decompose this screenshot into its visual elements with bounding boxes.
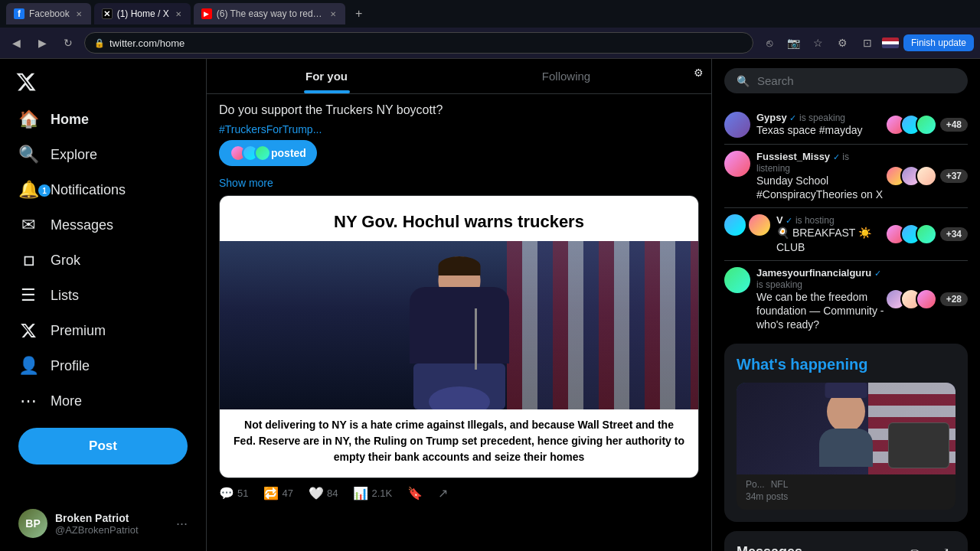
sidebar-user-name: Broken Patriot <box>55 512 168 524</box>
spaces-item-v[interactable]: V ✓ is hosting 🍳 BREAKFAST ☀️ CLUB +34 <box>724 208 968 260</box>
sidebar-item-explore[interactable]: 🔍 Explore <box>9 137 197 172</box>
retweet-action[interactable]: 🔁 47 <box>263 486 292 500</box>
sidebar-item-messages[interactable]: ✉ Messages <box>9 207 197 243</box>
sidebar-item-home[interactable]: 🏠 Home <box>9 102 197 137</box>
v-username-row: V ✓ is hosting <box>776 214 885 226</box>
sidebar-item-profile-label: Profile <box>51 358 90 374</box>
explore-icon: 🔍 <box>18 145 38 165</box>
share-action[interactable]: ↗ <box>438 486 448 500</box>
like-action[interactable]: 🤍 84 <box>309 486 338 500</box>
sidebar-item-grok[interactable]: ◻ Grok <box>9 243 197 278</box>
tab-youtube-close[interactable]: ✕ <box>328 8 338 20</box>
more-icon: ⋯ <box>18 391 38 411</box>
notification-badge: 1 <box>38 184 51 197</box>
x-favicon: ✕ <box>102 8 113 19</box>
posted-avatars <box>230 145 266 161</box>
posted-badge: posted <box>219 140 317 166</box>
premium-icon <box>18 321 38 341</box>
podium <box>413 364 505 409</box>
tab-following[interactable]: Following <box>446 59 686 93</box>
sidebar-item-premium-label: Premium <box>51 323 106 339</box>
tab-youtube[interactable]: ▶ (6) The easy way to reduce crime - You… <box>194 3 345 24</box>
gypsy-verified: ✓ <box>789 113 796 122</box>
sidebar-item-premium[interactable]: Premium <box>9 313 197 348</box>
sidebar-item-notifications[interactable]: 🔔 1 Notifications <box>9 172 197 207</box>
gypsy-username: Gypsy <box>756 112 787 123</box>
fussiest-left: Fussiest_Missy ✓ is listening Sunday Sch… <box>724 151 885 201</box>
happening-meta: 34m posts <box>737 491 956 510</box>
posted-label: posted <box>271 147 306 159</box>
home-icon: 🏠 <box>18 109 38 129</box>
bookmark-action[interactable]: 🔖 <box>407 486 423 500</box>
cast-icon[interactable]: ⎋ <box>760 33 779 53</box>
sidebar-user[interactable]: BP Broken Patriot @AZBrokenPatriot ··· <box>9 501 197 546</box>
v-count: +34 <box>940 227 968 241</box>
profile-icon[interactable]: ⊡ <box>858 33 877 53</box>
tweet-image-header: NY Gov. Hochul warns truckers <box>220 196 698 241</box>
sidebar-item-more-label: More <box>51 393 82 409</box>
person-body <box>410 287 509 364</box>
fussiest-verified: ✓ <box>833 152 840 161</box>
search-icon: 🔍 <box>737 75 750 87</box>
spaces-list: Gypsy ✓ is speaking Texas space #mayday … <box>724 106 968 337</box>
messages-expand-icon[interactable]: ⤢ <box>933 540 956 551</box>
spaces-item-fussiest[interactable]: Fussiest_Missy ✓ is listening Sunday Sch… <box>724 145 968 208</box>
sidebar-item-lists-label: Lists <box>51 288 79 304</box>
sidebar-item-lists[interactable]: ☰ Lists <box>9 278 197 313</box>
tab-facebook[interactable]: f Facebook ✕ <box>6 3 91 24</box>
spaces-item-gypsy[interactable]: Gypsy ✓ is speaking Texas space #mayday … <box>724 106 968 145</box>
james-participants: +28 <box>885 289 968 310</box>
person-hair <box>438 256 480 276</box>
happening-labels: Po... NFL <box>737 474 956 491</box>
extensions-icon[interactable]: ⚙ <box>833 33 853 53</box>
comment-action[interactable]: 💬 51 <box>219 486 248 500</box>
v-part3 <box>916 223 937 245</box>
sidebar-item-profile[interactable]: 👤 Profile <box>9 348 197 383</box>
tab-facebook-close[interactable]: ✕ <box>74 8 83 20</box>
address-bar-row: ◀ ▶ ↻ 🔒 twitter.com/home ⎋ 📷 ☆ ⚙ ⊡ Finis… <box>0 28 980 58</box>
comment-count: 51 <box>237 487 248 499</box>
x-logo[interactable] <box>9 65 43 99</box>
address-text: twitter.com/home <box>109 37 185 49</box>
forward-button[interactable]: ▶ <box>32 33 52 53</box>
scene-container <box>220 241 698 409</box>
back-button[interactable]: ◀ <box>6 33 26 53</box>
james-status: is speaking <box>756 279 802 290</box>
like-count: 84 <box>327 487 338 499</box>
happening-meta-text: 34m posts <box>746 491 788 502</box>
spaces-item-james[interactable]: Jamesyourfinancialguru ✓ is speaking We … <box>724 261 968 338</box>
sidebar-item-more[interactable]: ⋯ More <box>9 383 197 419</box>
feed-settings-icon[interactable]: ⚙ <box>686 59 711 93</box>
happening-image <box>737 383 956 474</box>
notifications-icon: 🔔 1 <box>18 180 38 200</box>
new-tab-button[interactable]: + <box>348 3 370 24</box>
james-username-row: Jamesyourfinancialguru ✓ is speaking <box>756 267 885 290</box>
happening-card[interactable]: Po... NFL 34m posts <box>737 383 956 510</box>
like-icon: 🤍 <box>309 486 324 500</box>
podium-seal <box>429 386 490 409</box>
search-input[interactable] <box>757 74 956 87</box>
messages-compose-icon[interactable]: ✏ <box>903 540 926 551</box>
views-action[interactable]: 📊 2.1K <box>353 486 392 500</box>
search-bar[interactable]: 🔍 <box>724 68 968 93</box>
address-bar[interactable]: 🔒 twitter.com/home <box>84 32 753 54</box>
star-icon[interactable]: ☆ <box>808 33 828 53</box>
person-figure <box>398 256 521 409</box>
finish-update-button[interactable]: Finish update <box>903 34 974 51</box>
tweet-hashtag[interactable]: #TruckersForTrump... <box>219 123 322 135</box>
tweet-image-scene <box>220 241 698 409</box>
tab-twitter[interactable]: ✕ (1) Home / X ✕ <box>94 3 191 24</box>
refresh-button[interactable]: ↻ <box>58 33 78 53</box>
tab-youtube-label: (6) The easy way to reduce crime - YouTu… <box>217 8 324 19</box>
tab-for-you[interactable]: For you <box>207 59 446 93</box>
main-layout: 🏠 Home 🔍 Explore 🔔 1 Notifications ✉ Mes… <box>0 59 980 551</box>
feed-tabs: For you Following ⚙ <box>207 59 711 94</box>
gypsy-count: +48 <box>940 118 968 132</box>
tab-twitter-close[interactable]: ✕ <box>174 8 183 20</box>
sidebar-item-messages-label: Messages <box>51 217 113 233</box>
media-icon[interactable]: 📷 <box>784 33 804 53</box>
post-button[interactable]: Post <box>18 428 188 465</box>
show-more-link[interactable]: Show more <box>219 177 699 189</box>
sidebar-user-more[interactable]: ··· <box>176 516 188 532</box>
gypsy-title: Texas space #mayday <box>756 123 885 137</box>
